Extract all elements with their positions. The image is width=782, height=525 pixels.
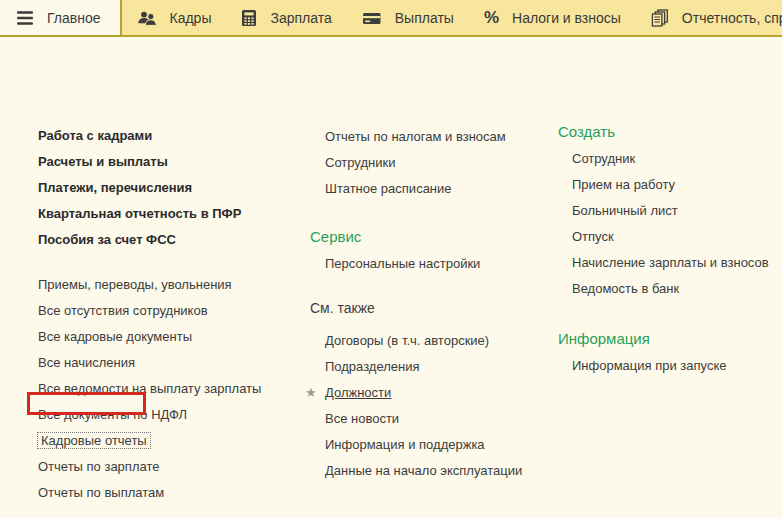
tab-vyplaty[interactable]: Выплаты	[347, 0, 469, 35]
menu-item-otpusk[interactable]: Отпуск	[572, 224, 769, 250]
menu-item-label: Должности	[325, 385, 391, 400]
card-icon	[362, 10, 382, 26]
menu-item-platezhi[interactable]: Платежи, перечисления	[38, 175, 261, 201]
tab-kadry[interactable]: Кадры	[122, 0, 227, 35]
menu-item-vse-nachisleniya[interactable]: Все начисления	[38, 350, 261, 376]
menu-item-dogovory[interactable]: Договоры (в т.ч. авторские)	[325, 328, 522, 354]
menu-item-raschety-i-vyplaty[interactable]: Расчеты и выплаты	[38, 149, 261, 175]
menu-item-rabota-s-kadrami[interactable]: Работа с кадрами	[38, 123, 261, 149]
menu-column-right: Создать Сотрудник Прием на работу Больни…	[558, 118, 769, 379]
menu-item-podrazdeleniya[interactable]: Подразделения	[325, 354, 522, 380]
percent-icon: %	[484, 8, 499, 28]
tab-label: Налоги и взносы	[512, 10, 621, 26]
tab-nalogi[interactable]: % Налоги и взносы	[469, 0, 636, 35]
menu-item-otchety-po-zarplate[interactable]: Отчеты по зарплате	[38, 454, 261, 480]
menu-item-sotrudniki[interactable]: Сотрудники	[325, 150, 522, 176]
tab-otchetnost[interactable]: Отчетность, справки	[636, 0, 782, 35]
window-bottom-edge	[0, 518, 782, 525]
menu-item-priem-na-rabotu[interactable]: Прием на работу	[572, 172, 769, 198]
tab-label: Зарплата	[270, 10, 331, 26]
calculator-icon	[241, 9, 257, 27]
menu-item-personalnye-nastroyki[interactable]: Персональные настройки	[325, 251, 522, 277]
menu-item-vse-kadrovye-dokumenty[interactable]: Все кадровые документы	[38, 324, 261, 350]
menu-item-vse-vedomosti[interactable]: Все ведомости на выплату зарплаты	[38, 376, 261, 402]
section-heading-servis: Сервис	[310, 223, 522, 251]
menu-item-label: Кадровые отчеты	[38, 433, 150, 448]
menu-item-shtatnoe-raspisanie[interactable]: Штатное расписание	[325, 176, 522, 202]
menu-item-informaciya-podderzhka[interactable]: Информация и поддержка	[325, 432, 522, 458]
menu-item-vse-otsutstviya[interactable]: Все отсутствия сотрудников	[38, 298, 261, 324]
tab-label: Главное	[47, 10, 101, 26]
menu-column-left: Работа с кадрами Расчеты и выплаты Плате…	[38, 123, 261, 506]
people-icon	[137, 10, 157, 26]
menu-item-vse-dokumenty-ndfl[interactable]: Все документы по НДФЛ	[38, 402, 261, 428]
menu-item-priemy-perevody[interactable]: Приемы, переводы, увольнения	[38, 272, 261, 298]
tab-label: Кадры	[170, 10, 212, 26]
tab-label: Отчетность, справки	[682, 10, 782, 26]
menu-item-posobiya-fss[interactable]: Пособия за счет ФСС	[38, 227, 261, 253]
section-tabbar: Главное Кадры	[0, 0, 782, 37]
menu-item-informaciya-pri-zapuske[interactable]: Информация при запуске	[572, 353, 769, 379]
hamburger-icon[interactable]	[16, 10, 34, 26]
menu-item-bolnichnyy-list[interactable]: Больничный лист	[572, 198, 769, 224]
star-icon[interactable]: ★	[305, 380, 317, 406]
tab-label: Выплаты	[395, 10, 454, 26]
menu-item-dolzhnosti[interactable]: ★ Должности	[325, 380, 522, 406]
menu-item-kvartalnaya-otchetnost[interactable]: Квартальная отчетность в ПФР	[38, 201, 261, 227]
menu-item-kadrovye-otchety[interactable]: Кадровые отчеты	[38, 428, 261, 454]
menu-item-dannye-na-nachalo[interactable]: Данные на начало эксплуатации	[325, 458, 522, 484]
menu-item-nachislenie-zarplaty[interactable]: Начисление зарплаты и взносов	[572, 250, 769, 276]
app-window: Главное Кадры	[0, 0, 782, 525]
menu-item-otchety-po-vyplatam[interactable]: Отчеты по выплатам	[38, 480, 261, 506]
menu-item-vedomost-v-bank[interactable]: Ведомость в банк	[572, 276, 769, 302]
menu-item-vse-novosti[interactable]: Все новости	[325, 406, 522, 432]
menu-item-sotrudnik[interactable]: Сотрудник	[572, 146, 769, 172]
start-page-menu: Работа с кадрами Расчеты и выплаты Плате…	[0, 37, 782, 516]
tab-zarplata[interactable]: Зарплата	[226, 0, 346, 35]
section-heading-informaciya: Информация	[558, 325, 769, 353]
tab-glavnoe[interactable]: Главное	[0, 0, 122, 35]
documents-icon	[651, 9, 669, 27]
menu-item-otchety-nalogi-vznosy[interactable]: Отчеты по налогам и взносам	[325, 124, 522, 150]
section-label-see-also: См. также	[310, 295, 522, 321]
section-heading-sozdat: Создать	[558, 118, 769, 146]
menu-column-middle: Отчеты по налогам и взносам Сотрудники Ш…	[310, 124, 522, 484]
